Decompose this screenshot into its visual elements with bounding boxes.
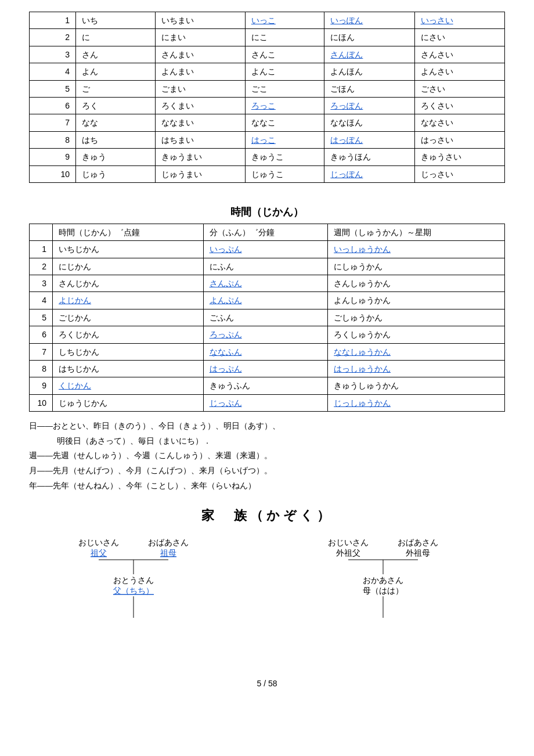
count-hon: きゅうほん (324, 149, 414, 165)
count-ko: じゅうこ (245, 165, 324, 182)
note-line: 明後日（あさって）、毎日（まいにち）． (29, 434, 505, 449)
count-sai: にさい (414, 29, 504, 46)
jikan-col3: はっしゅうかん (328, 361, 505, 377)
jikan-col1: さんじかん (53, 275, 204, 292)
count-table-row: 3さんさんまいさんこさんぼんさんさい (30, 46, 505, 63)
right-gp1-kana: おじいさん (328, 538, 369, 547)
page-number: 5 / 58 (29, 679, 505, 688)
count-hon: ごほん (324, 80, 414, 97)
jikan-num: 10 (30, 394, 53, 411)
jikan-col1: よじかん (53, 292, 204, 309)
count-table: 1いちいちまいいっこいっぽんいっさい2ににまいにこにほんにさい3さんさんまいさん… (29, 12, 505, 183)
count-base: きゅう (76, 149, 156, 165)
count-table-row: 5ごごまいごこごほんごさい (30, 80, 505, 97)
jikan-row: 4よじかんよんぷんよんしゅうかん (30, 292, 505, 309)
jikan-col1: ろくじかん (53, 326, 204, 343)
family-tree-section: おじいさん 祖父 おばあさん 祖母 おとうさん 父（ちち） おじいさん 外祖父 … (29, 534, 505, 661)
count-base: ご (76, 80, 156, 97)
jikan-row: 6ろくじかんろっぷんろくしゅうかん (30, 326, 505, 343)
count-num: 3 (30, 46, 76, 63)
left-parent-kanji: 父（ちち） (113, 586, 154, 595)
count-hon: よんほん (324, 63, 414, 80)
jikan-num: 4 (30, 292, 53, 309)
jikan-num: 8 (30, 361, 53, 377)
count-num: 8 (30, 131, 76, 148)
note-line: 週——先週（せんしゅう）、今週（こんしゅう）、来週（来週）。 (29, 448, 505, 463)
jikan-row: 1いちじかんいっぷんいっしゅうかん (30, 241, 505, 258)
note-line: 年——先年（せんねん）、今年（ことし）、来年（らいねん） (29, 478, 505, 494)
count-base: じゅう (76, 165, 156, 182)
page-content: 1いちいちまいいっこいっぽんいっさい2ににまいにこにほんにさい3さんさんまいさん… (29, 12, 505, 688)
jikan-col1: しちじかん (53, 343, 204, 360)
count-base: いち (76, 12, 156, 29)
count-sai: はっさい (414, 131, 504, 148)
count-ko: にこ (245, 29, 324, 46)
jikan-col1: じゅうじかん (53, 394, 204, 411)
notes-section: 日——おととい、昨日（きのう）、今日（きょう）、明日（あす）、明後日（あさって）… (29, 419, 505, 493)
count-num: 6 (30, 97, 76, 114)
count-table-row: 10じゅうじゅうまいじゅうこじっぽんじっさい (30, 165, 505, 182)
note-line: 日——おととい、昨日（きのう）、今日（きょう）、明日（あす）、 (29, 419, 505, 434)
jikan-num: 2 (30, 258, 53, 275)
jikan-col2: いっぷん (203, 241, 328, 258)
jikan-row: 3さんじかんさんぷんさんしゅうかん (30, 275, 505, 292)
jikan-col2: じっぷん (203, 394, 328, 411)
jikan-table: 時間（じかん）゛点鐘分（ふん）゛分鐘週間（しゅうかん）～星期1いちじかんいっぷん… (29, 224, 505, 412)
count-hon: はっぽん (324, 131, 414, 148)
right-parent-kana: おかあさん (363, 575, 403, 585)
jikan-num: 1 (30, 241, 53, 258)
jikan-col2: よんぷん (203, 292, 328, 309)
jikan-col2: ろっぷん (203, 326, 328, 343)
jikan-col2: ごふん (203, 309, 328, 326)
count-ko: さんこ (245, 46, 324, 63)
count-ko: はっこ (245, 131, 324, 148)
jikan-num: 7 (30, 343, 53, 360)
right-parent-kanji: 母（はは） (363, 586, 403, 595)
count-mai: にまい (155, 29, 245, 46)
count-sai: きゅうさい (414, 149, 504, 165)
jikan-col1: ごじかん (53, 309, 204, 326)
count-table-row: 4よんよんまいよんこよんほんよんさい (30, 63, 505, 80)
count-table-row: 9きゅうきゅうまいきゅうこきゅうほんきゅうさい (30, 149, 505, 165)
count-mai: ごまい (155, 80, 245, 97)
count-mai: はちまい (155, 131, 245, 148)
jikan-col2: ななふん (203, 343, 328, 360)
count-ko: ろっこ (245, 97, 324, 114)
right-gp2-kana: おばあさん (398, 538, 438, 547)
jikan-col3: いっしゅうかん (328, 241, 505, 258)
count-num: 4 (30, 63, 76, 80)
count-hon: じっぽん (324, 165, 414, 182)
jikan-col3: じっしゅうかん (328, 394, 505, 411)
count-mai: ろくまい (155, 97, 245, 114)
count-base: はち (76, 131, 156, 148)
count-hon: にほん (324, 29, 414, 46)
count-hon: いっぽん (324, 12, 414, 29)
count-base: ろく (76, 97, 156, 114)
count-table-row: 2ににまいにこにほんにさい (30, 29, 505, 46)
jikan-col2: さんぷん (203, 275, 328, 292)
right-gp2-kanji: 外祖母 (406, 548, 430, 557)
jikan-row: 10じゅうじかんじっぷんじっしゅうかん (30, 394, 505, 411)
count-mai: さんまい (155, 46, 245, 63)
jikan-col3: さんしゅうかん (328, 275, 505, 292)
jikan-header-row: 時間（じかん）゛点鐘分（ふん）゛分鐘週間（しゅうかん）～星期 (30, 224, 505, 240)
count-base: に (76, 29, 156, 46)
jikan-col2: にふん (203, 258, 328, 275)
count-mai: じゅうまい (155, 165, 245, 182)
jikan-row: 2にじかんにふんにしゅうかん (30, 258, 505, 275)
count-sai: いっさい (414, 12, 504, 29)
jikan-col3: にしゅうかん (328, 258, 505, 275)
left-gp2-kana: おばあさん (148, 538, 189, 547)
jikan-col1: くじかん (53, 377, 204, 394)
count-num: 1 (30, 12, 76, 29)
count-num: 10 (30, 165, 76, 182)
jikan-col3: ごしゅうかん (328, 309, 505, 326)
count-ko: きゅうこ (245, 149, 324, 165)
count-table-row: 1いちいちまいいっこいっぽんいっさい (30, 12, 505, 29)
jikan-col2-header: 分（ふん）゛分鐘 (203, 224, 328, 240)
count-sai: よんさい (414, 63, 504, 80)
left-parent-kana: おとうさん (113, 575, 154, 585)
jikan-num: 3 (30, 275, 53, 292)
count-mai: いちまい (155, 12, 245, 29)
jikan-col3: よんしゅうかん (328, 292, 505, 309)
